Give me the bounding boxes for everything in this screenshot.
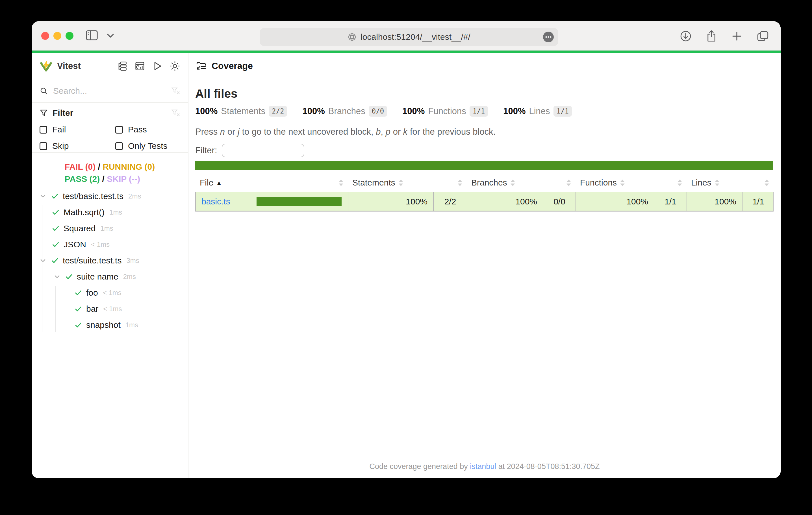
pass-check-icon — [51, 224, 60, 233]
filter-checkbox-skip[interactable]: Skip — [39, 141, 115, 151]
clear-filter-icon[interactable] — [171, 109, 180, 117]
column-header-lines[interactable]: Lines — [687, 178, 742, 187]
column-header-statements-abs[interactable] — [433, 180, 467, 186]
filter-checkbox-fail[interactable]: Fail — [39, 125, 115, 134]
filter-title: Filter — [53, 108, 73, 118]
sorter-icon — [399, 180, 403, 186]
tree-item-test[interactable]: bar < 1ms — [32, 301, 188, 317]
column-header-branches[interactable]: Branches — [467, 178, 543, 187]
column-header-statements[interactable]: Statements — [348, 178, 433, 187]
vitest-logo-icon — [39, 60, 53, 72]
branches-pct-cell: 100% — [467, 192, 543, 211]
column-header-functions[interactable]: Functions — [576, 178, 654, 187]
checkbox-icon[interactable] — [115, 142, 123, 150]
theme-toggle-sun-icon[interactable] — [170, 61, 180, 71]
overall-coverage-bar — [195, 161, 773, 170]
filter-checkbox-only-tests[interactable]: Only Tests — [115, 141, 180, 151]
stat-fraction-badge: 1/1 — [553, 106, 572, 117]
tree-view-icon[interactable] — [117, 61, 127, 71]
clear-search-filter-icon[interactable] — [171, 86, 180, 95]
column-header-lines-abs[interactable] — [742, 180, 774, 186]
file-coverage-graph-cell — [250, 192, 348, 211]
table-row: basic.ts 100% 2/2 100% 0/0 100% 1/1 100%… — [195, 192, 774, 211]
tree-item-suite[interactable]: suite name 2ms — [32, 269, 188, 284]
sorter-icon — [620, 180, 625, 186]
sidebar-toggle-icon[interactable] — [85, 30, 98, 41]
chevron-down-icon[interactable] — [39, 192, 47, 200]
minimize-window-button[interactable] — [53, 32, 61, 40]
tree-item-test[interactable]: Squared 1ms — [32, 220, 188, 236]
branches-frac-cell: 0/0 — [543, 192, 576, 211]
checkbox-icon[interactable] — [39, 126, 47, 133]
istanbul-link[interactable]: istanbul — [470, 462, 496, 471]
stat-branches: 100% Branches 0/0 — [302, 106, 387, 117]
address-bar[interactable]: localhost:51204/__vitest__/#/ — [260, 28, 558, 46]
column-header-branches-abs[interactable] — [543, 180, 576, 186]
stat-functions: 100% Functions 1/1 — [402, 106, 488, 117]
tree-item-test[interactable]: JSON < 1ms — [32, 236, 188, 252]
stat-fraction-badge: 0/0 — [369, 106, 387, 117]
search-input[interactable] — [53, 86, 166, 96]
coverage-header: Coverage — [188, 53, 781, 79]
pass-check-icon — [51, 256, 59, 265]
chevron-down-icon[interactable] — [39, 256, 47, 265]
column-header-graph[interactable] — [250, 180, 348, 186]
indent-guide — [42, 205, 42, 332]
tree-item-test[interactable]: foo < 1ms — [32, 284, 188, 301]
coverage-body: All files 100% Statements 2/2 100% Branc… — [188, 79, 781, 478]
keyboard-hint: Press n or j to go to the next uncovered… — [195, 127, 773, 137]
column-header-functions-abs[interactable] — [654, 180, 687, 186]
sorter-icon — [511, 180, 515, 186]
coverage-filter-input[interactable] — [222, 144, 304, 157]
stat-fraction-badge: 1/1 — [470, 106, 488, 117]
file-link[interactable]: basic.ts — [201, 197, 230, 206]
coverage-report-icon — [196, 61, 206, 71]
file-coverage-bar-fill — [257, 198, 342, 206]
column-header-file[interactable]: File▲ — [195, 178, 250, 187]
pass-check-icon — [74, 305, 83, 313]
filter-checkbox-pass[interactable]: Pass — [115, 125, 180, 134]
sorter-icon — [764, 180, 769, 186]
coverage-footer: Code coverage generated by istanbul at 2… — [188, 462, 781, 471]
new-tab-icon[interactable] — [731, 30, 743, 42]
sorter-icon — [677, 180, 682, 186]
file-cell: basic.ts — [196, 192, 250, 211]
share-icon[interactable] — [705, 30, 717, 42]
functions-pct-cell: 100% — [576, 192, 654, 211]
coverage-table: File▲ Statements Branches Functions Line… — [195, 174, 774, 211]
chevron-down-icon[interactable] — [53, 273, 61, 281]
pass-check-icon — [51, 208, 60, 217]
sidebar: Vitest — [32, 53, 188, 478]
dashboard-icon[interactable] — [135, 61, 145, 71]
statements-frac-cell: 2/2 — [434, 192, 467, 211]
close-window-button[interactable] — [41, 32, 49, 40]
toolbar-separator — [102, 31, 102, 41]
pass-check-icon — [74, 321, 83, 329]
page-settings-button[interactable] — [543, 32, 554, 42]
sort-asc-icon: ▲ — [216, 180, 222, 186]
tab-overview-icon[interactable] — [756, 30, 769, 42]
coverage-filter-row: Filter: — [195, 144, 773, 157]
browser-window: localhost:51204/__vitest__/#/ — [32, 21, 781, 478]
sorter-icon — [567, 180, 571, 186]
lines-pct-cell: 100% — [687, 192, 743, 211]
tree-item-test[interactable]: Math.sqrt() 1ms — [32, 204, 188, 220]
sorter-icon — [458, 180, 462, 186]
lines-frac-cell: 1/1 — [743, 192, 774, 211]
tree-item-file[interactable]: test/suite.test.ts 3ms — [32, 252, 188, 269]
checkbox-icon[interactable] — [115, 126, 123, 133]
coverage-stats: 100% Statements 2/2 100% Branches 0/0 10… — [195, 106, 773, 117]
tree-item-file[interactable]: test/basic.test.ts 2ms — [32, 188, 188, 204]
pass-check-icon — [74, 289, 83, 297]
test-tree: test/basic.test.ts 2ms Math.sqrt() 1ms S… — [32, 188, 188, 478]
browser-toolbar: localhost:51204/__vitest__/#/ — [32, 21, 781, 51]
tree-item-test[interactable]: snapshot 1ms — [32, 317, 188, 333]
chevron-down-icon[interactable] — [106, 32, 115, 39]
checkbox-icon[interactable] — [39, 142, 47, 150]
run-all-icon[interactable] — [152, 61, 163, 71]
toolbar-actions — [679, 30, 769, 42]
search-icon — [39, 87, 48, 95]
zoom-window-button[interactable] — [65, 32, 74, 40]
downloads-icon[interactable] — [679, 30, 692, 42]
filter-section: Filter Fail Pass — [32, 103, 188, 153]
